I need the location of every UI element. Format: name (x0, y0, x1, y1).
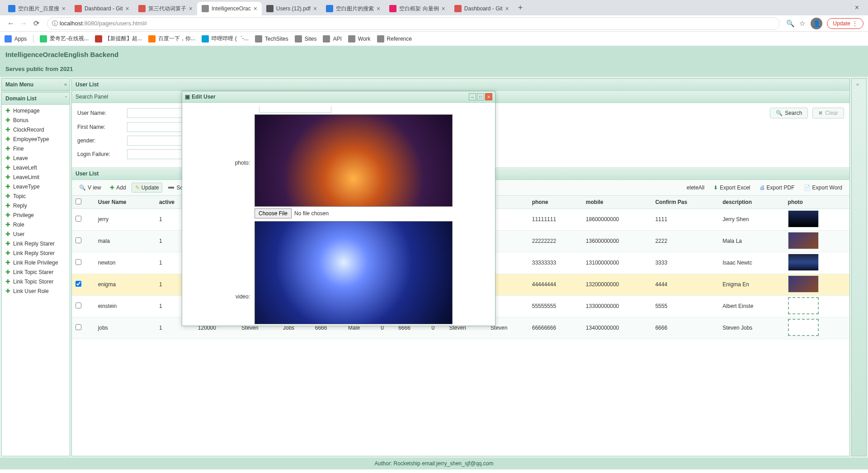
export-pdf-button[interactable]: 🖨Export PDF (756, 183, 798, 193)
bookmark-item[interactable]: TechSites (255, 35, 288, 43)
back-button[interactable]: ← (5, 19, 17, 28)
column-header[interactable]: photo (784, 196, 849, 208)
cell (784, 274, 849, 295)
browser-tab[interactable]: 空白图片_百度搜× (4, 2, 70, 15)
sidebar-item[interactable]: ✚LeaveType (2, 182, 70, 191)
sidebar-item[interactable]: ✚Bonus (2, 115, 70, 125)
dialog-body[interactable]: photo: Choose File No file chosen video: (182, 103, 495, 326)
tab-close-icon[interactable]: × (62, 5, 66, 12)
bookmark-item[interactable]: 爱奇艺-在线视... (40, 35, 89, 43)
bookmark-item[interactable]: Sites (295, 35, 317, 43)
new-tab-button[interactable]: + (514, 3, 528, 13)
login-failure-input[interactable] (127, 149, 186, 159)
bookmark-item[interactable]: Work (348, 35, 371, 43)
star-icon[interactable]: ☆ (796, 19, 808, 28)
folder-icon (377, 35, 384, 43)
browser-tab[interactable]: 空白框架 向量例× (385, 2, 450, 15)
sidebar-item[interactable]: ✚Link Role Privilege (2, 258, 70, 267)
sidebar-item[interactable]: ✚Link Topic Storer (2, 277, 70, 286)
row-checkbox[interactable] (75, 237, 81, 243)
sidebar-item[interactable]: ✚Link Reply Storer (2, 248, 70, 258)
delete-all-button[interactable]: eleteAll (683, 183, 708, 193)
url-input[interactable]: ⓘ localhost:8080/pages/users.html# (47, 17, 780, 30)
tab-title: Users (12).pdf (276, 5, 311, 12)
first-name-input[interactable] (127, 122, 186, 132)
row-checkbox[interactable] (75, 281, 81, 287)
collapse-icon[interactable]: « (64, 81, 67, 87)
tab-close-icon[interactable]: × (377, 5, 380, 12)
row-checkbox[interactable] (75, 324, 81, 330)
partial-input-above[interactable] (259, 106, 331, 113)
reload-button[interactable]: ⟳ (30, 19, 42, 28)
column-header[interactable]: description (719, 196, 784, 208)
sidebar-item[interactable]: ✚Reply (2, 201, 70, 210)
minimize-button[interactable]: – (469, 93, 476, 100)
update-browser-button[interactable]: Update ⋮ (827, 18, 863, 29)
bookmark-item[interactable]: 哔哩哔哩 (゜-... (202, 35, 248, 43)
column-header[interactable]: User Name (94, 196, 156, 208)
tab-close-icon[interactable]: × (442, 5, 445, 12)
row-checkbox[interactable] (75, 303, 81, 308)
window-close-button[interactable]: × (849, 4, 864, 12)
sidebar-item[interactable]: ✚User (2, 229, 70, 239)
sidebar-item[interactable]: ✚LeaveLimit (2, 172, 70, 182)
close-button[interactable]: × (485, 93, 492, 100)
browser-tab[interactable]: Users (12).pdf× (262, 2, 321, 15)
browser-tab[interactable]: 第三代动词算子× (134, 2, 197, 15)
cell: 13300000000 (582, 295, 652, 317)
browser-tab[interactable]: IntelligenceOrac× (197, 2, 262, 15)
select-all-checkbox[interactable] (75, 199, 81, 204)
bookmark-item[interactable]: Reference (377, 35, 412, 43)
tab-close-icon[interactable]: × (126, 5, 129, 12)
column-header[interactable]: phone (528, 196, 582, 208)
export-word-button[interactable]: 📄Export Word (800, 183, 846, 193)
sidebar-item[interactable]: ✚Link Topic Starer (2, 267, 70, 277)
sidebar-item[interactable]: ✚Link Reply Starer (2, 239, 70, 248)
bookmark-item[interactable]: 百度一下，你... (148, 35, 195, 43)
gender-input[interactable] (127, 136, 186, 146)
search-icon[interactable]: 🔍 (784, 19, 796, 28)
forward-button[interactable]: → (17, 19, 30, 28)
tab-title: 空白图片_百度搜 (18, 5, 59, 13)
bookmark-item[interactable]: Apps (5, 35, 27, 43)
profile-avatar[interactable]: 👤 (811, 18, 822, 29)
search-button[interactable]: 🔍 Search (770, 108, 808, 118)
sidebar-item[interactable]: ✚Role (2, 220, 70, 229)
folder-icon (295, 35, 302, 43)
column-header[interactable]: Confirm Pas (651, 196, 719, 208)
collapse-icon[interactable]: ˇ (65, 95, 67, 101)
sidebar-item[interactable]: ✚Privilege (2, 210, 70, 220)
sidebar-item[interactable]: ✚Fine (2, 144, 70, 153)
sidebar-item[interactable]: ✚Link User Role (2, 286, 70, 296)
browser-tab[interactable]: Dashboard - Git× (70, 2, 134, 15)
dialog-header[interactable]: ▣Edit User – □ × (182, 91, 495, 103)
sidebar-item[interactable]: ✚ClockRecord (2, 125, 70, 134)
tab-close-icon[interactable]: × (254, 5, 257, 12)
user-name-input[interactable] (127, 108, 186, 118)
bookmark-item[interactable]: API (323, 35, 341, 43)
plus-icon: ✚ (5, 126, 10, 133)
expand-icon[interactable]: » (856, 81, 859, 87)
maximize-button[interactable]: □ (477, 93, 484, 100)
browser-tab[interactable]: Dashboard - Git× (450, 2, 514, 15)
sidebar-item[interactable]: ✚Homepage (2, 106, 70, 115)
sidebar: Main Menu « Domain List ˇ ✚Homepage✚Bonu… (1, 78, 70, 456)
sidebar-item[interactable]: ✚Leave (2, 153, 70, 163)
sidebar-item[interactable]: ✚Topic (2, 191, 70, 201)
export-excel-button[interactable]: ⬇Export Excel (710, 183, 754, 193)
row-checkbox[interactable] (75, 216, 81, 222)
browser-tab[interactable]: 空白图片的搜索× (321, 2, 385, 15)
tab-close-icon[interactable]: × (505, 5, 509, 12)
choose-file-button[interactable]: Choose File (255, 208, 292, 218)
clear-button[interactable]: ✖ Clear (812, 108, 844, 118)
row-checkbox[interactable] (75, 259, 81, 265)
column-header[interactable]: mobile (582, 196, 652, 208)
view-button[interactable]: 🔍V iew (75, 183, 104, 193)
sidebar-item[interactable]: ✚LeaveLeft (2, 163, 70, 172)
bookmark-item[interactable]: 【新提醒】超... (95, 35, 142, 43)
tab-close-icon[interactable]: × (189, 5, 193, 12)
tab-close-icon[interactable]: × (313, 5, 317, 12)
add-button[interactable]: ✚Add (106, 183, 129, 193)
update-button[interactable]: ✎Update (132, 183, 163, 193)
sidebar-item[interactable]: ✚EmployeeType (2, 134, 70, 144)
